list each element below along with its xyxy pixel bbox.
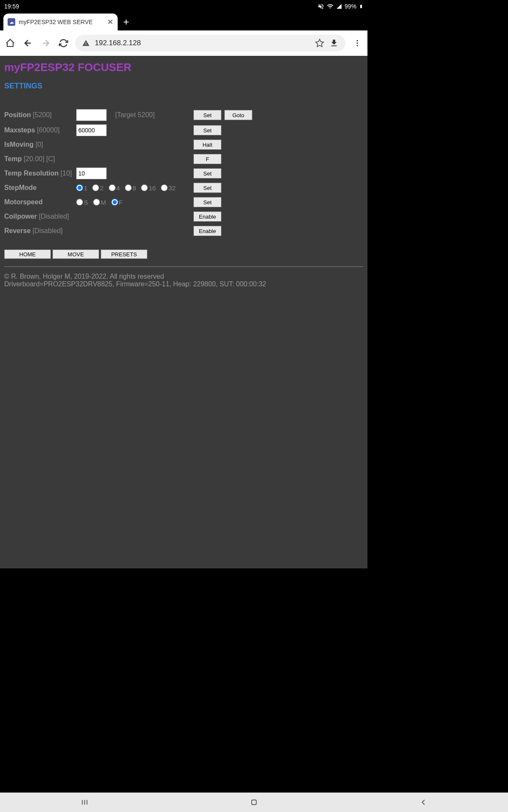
temp-f-button[interactable]: F bbox=[193, 154, 221, 164]
motorspeed-radio-s[interactable] bbox=[76, 199, 83, 206]
browser-tab[interactable]: ☁ myFP2ESP32 WEB SERVE ✕ bbox=[3, 14, 118, 30]
temp-row: Temp [20.00] [C] F bbox=[4, 152, 363, 166]
new-tab-button[interactable]: + bbox=[118, 14, 135, 30]
home-icon[interactable] bbox=[4, 37, 16, 49]
page-subtitle: SETTINGS bbox=[4, 82, 363, 91]
motorspeed-row: Motorspeed S M F Set bbox=[4, 195, 363, 209]
presets-button[interactable]: PRESETS bbox=[101, 250, 147, 259]
maxsteps-set-button[interactable]: Set bbox=[193, 125, 221, 135]
tab-favicon: ☁ bbox=[8, 18, 15, 26]
position-row: Position [5200] [Target 5200] Set Goto bbox=[4, 107, 363, 123]
battery-icon bbox=[359, 3, 363, 10]
stepmode-radio-8[interactable] bbox=[125, 184, 132, 191]
stepmode-radio-4[interactable] bbox=[109, 184, 116, 191]
url-bar: 192.168.2.128 bbox=[0, 30, 367, 56]
url-field[interactable]: 192.168.2.128 bbox=[75, 35, 345, 52]
temp-label: Temp [20.00] [C] bbox=[4, 155, 76, 163]
status-bar: 19:59 99% bbox=[0, 0, 367, 13]
page-content: myFP2ESP32 FOCUSER SETTINGS Position [52… bbox=[0, 56, 367, 568]
halt-button[interactable]: Halt bbox=[193, 140, 221, 150]
firmware-info: Driverboard=PRO2ESP32DRV8825, Firmware=2… bbox=[4, 280, 363, 288]
maxsteps-label: Maxsteps [60000] bbox=[4, 126, 76, 134]
motorspeed-set-button[interactable]: Set bbox=[193, 197, 221, 207]
wifi-icon bbox=[327, 3, 334, 10]
page-title: myFP2ESP32 FOCUSER bbox=[4, 61, 363, 74]
stepmode-radio-2[interactable] bbox=[92, 184, 99, 191]
position-target: [Target 5200] bbox=[115, 111, 155, 119]
close-icon[interactable]: ✕ bbox=[107, 17, 113, 27]
star-icon[interactable] bbox=[315, 38, 324, 48]
svg-point-1 bbox=[356, 42, 358, 44]
reverse-row: Reverse [Disabled] Enable bbox=[4, 224, 363, 238]
motorspeed-radio-group: S M F bbox=[76, 199, 126, 206]
ismoving-row: IsMoving [0] Halt bbox=[4, 138, 363, 151]
ismoving-label: IsMoving [0] bbox=[4, 141, 76, 148]
reload-icon[interactable] bbox=[58, 37, 69, 49]
maxsteps-row: Maxsteps [60000] Set bbox=[4, 123, 363, 137]
url-text: 192.168.2.128 bbox=[95, 39, 310, 47]
stepmode-set-button[interactable]: Set bbox=[193, 183, 221, 193]
stepmode-row: StepMode 1 2 4 8 16 32 Set bbox=[4, 181, 363, 195]
position-label: Position [5200] bbox=[4, 111, 76, 119]
reverse-label: Reverse [Disabled] bbox=[4, 227, 76, 235]
coilpower-label: Coilpower [Disabled] bbox=[4, 213, 76, 220]
tempres-input[interactable] bbox=[76, 167, 107, 179]
stepmode-radio-16[interactable] bbox=[141, 184, 148, 191]
battery-percent: 99% bbox=[345, 3, 356, 10]
stepmode-radio-32[interactable] bbox=[161, 184, 168, 191]
maxsteps-input[interactable] bbox=[76, 124, 107, 136]
signal-icon bbox=[336, 3, 342, 9]
position-input[interactable] bbox=[76, 109, 107, 121]
svg-point-2 bbox=[356, 45, 358, 46]
svg-point-0 bbox=[356, 40, 358, 41]
tempres-set-button[interactable]: Set bbox=[193, 168, 221, 178]
stepmode-label: StepMode bbox=[4, 184, 76, 192]
position-set-button[interactable]: Set bbox=[193, 110, 221, 120]
home-button[interactable]: HOME bbox=[4, 250, 51, 259]
stepmode-radio-group: 1 2 4 8 16 32 bbox=[76, 184, 179, 192]
mute-icon bbox=[318, 3, 324, 10]
coilpower-row: Coilpower [Disabled] Enable bbox=[4, 210, 363, 223]
divider bbox=[4, 266, 363, 267]
tab-bar: ☁ myFP2ESP32 WEB SERVE ✕ + bbox=[0, 13, 367, 30]
warning-icon bbox=[82, 39, 90, 47]
coilpower-enable-button[interactable]: Enable bbox=[193, 211, 221, 222]
motorspeed-label: Motorspeed bbox=[4, 198, 76, 206]
status-time: 19:59 bbox=[4, 3, 19, 10]
back-icon[interactable] bbox=[22, 37, 34, 49]
tab-title: myFP2ESP32 WEB SERVE bbox=[19, 19, 104, 25]
motorspeed-radio-f[interactable] bbox=[111, 199, 118, 206]
motorspeed-radio-m[interactable] bbox=[93, 199, 100, 206]
position-goto-button[interactable]: Goto bbox=[224, 110, 252, 120]
stepmode-radio-1[interactable] bbox=[76, 184, 83, 191]
forward-icon[interactable] bbox=[40, 37, 52, 49]
reverse-enable-button[interactable]: Enable bbox=[193, 226, 221, 236]
status-icons: 99% bbox=[318, 3, 363, 10]
tempres-row: Temp Resolution [10] Set bbox=[4, 167, 363, 180]
menu-icon[interactable] bbox=[351, 37, 363, 49]
move-button[interactable]: MOVE bbox=[52, 250, 99, 259]
download-icon[interactable] bbox=[329, 38, 339, 48]
footer-buttons: HOME MOVE PRESETS bbox=[4, 250, 363, 259]
copyright: © R. Brown, Holger M, 2019-2022. All rig… bbox=[4, 273, 363, 280]
tempres-label: Temp Resolution [10] bbox=[4, 170, 76, 177]
